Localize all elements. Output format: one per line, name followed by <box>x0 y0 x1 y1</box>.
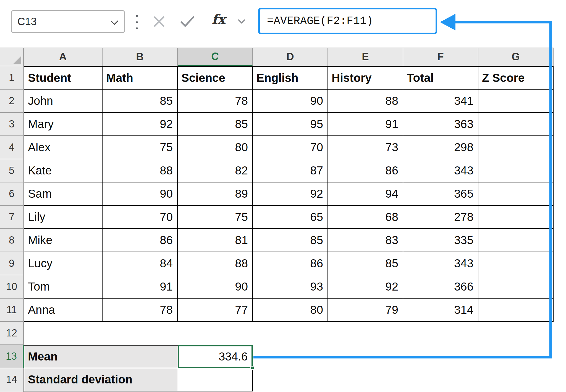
cell-F5[interactable]: 343 <box>403 159 478 182</box>
cell-B6[interactable]: 90 <box>103 182 178 206</box>
select-all-corner[interactable] <box>0 48 24 66</box>
cell-F1[interactable]: Total <box>403 66 478 90</box>
row-header-4[interactable]: 4 <box>0 136 24 159</box>
cell-E10[interactable]: 92 <box>328 275 403 299</box>
cell-B7[interactable]: 70 <box>103 206 178 229</box>
cell-A6[interactable]: Sam <box>24 182 103 206</box>
cell-C1[interactable]: Science <box>178 66 253 90</box>
column-header-A[interactable]: A <box>24 48 103 66</box>
cell-E4[interactable]: 73 <box>328 136 403 159</box>
cell-A10[interactable]: Tom <box>24 275 103 299</box>
row-header-3[interactable]: 3 <box>0 113 24 136</box>
cell-B3[interactable]: 92 <box>103 113 178 136</box>
name-box[interactable]: C13 <box>11 10 125 33</box>
cell-F2[interactable]: 341 <box>403 90 478 113</box>
cell-E8[interactable]: 83 <box>328 229 403 252</box>
cell-B8[interactable]: 86 <box>103 229 178 252</box>
name-box-resize-dots-icon[interactable] <box>136 15 138 29</box>
column-header-F[interactable]: F <box>403 48 478 66</box>
cell-C9[interactable]: 88 <box>178 252 253 275</box>
cell-C13-selected[interactable]: 334.6 <box>178 345 253 368</box>
column-header-C[interactable]: C <box>178 48 253 66</box>
cell-D6[interactable]: 92 <box>253 182 328 206</box>
cell-D9[interactable]: 86 <box>253 252 328 275</box>
cell-E11[interactable]: 79 <box>328 299 403 322</box>
cell-A8[interactable]: Mike <box>24 229 103 252</box>
cell-A7[interactable]: Lily <box>24 206 103 229</box>
cell-D1[interactable]: English <box>253 66 328 90</box>
cell-F6[interactable]: 365 <box>403 182 478 206</box>
cell-E9[interactable]: 85 <box>328 252 403 275</box>
formula-bar-chevron-down-icon[interactable] <box>238 19 245 24</box>
row-header-2[interactable]: 2 <box>0 90 24 113</box>
cell-C5[interactable]: 82 <box>178 159 253 182</box>
cell-G2[interactable] <box>478 90 554 113</box>
cell-A14-std-label[interactable]: Standard deviation <box>24 368 178 391</box>
cell-B1[interactable]: Math <box>103 66 178 90</box>
row-header-14[interactable]: 14 <box>0 368 24 391</box>
cell-G3[interactable] <box>478 113 554 136</box>
cell-D7[interactable]: 65 <box>253 206 328 229</box>
column-header-E[interactable]: E <box>328 48 403 66</box>
cell-E6[interactable]: 94 <box>328 182 403 206</box>
cell-C3[interactable]: 85 <box>178 113 253 136</box>
cell-E3[interactable]: 91 <box>328 113 403 136</box>
column-header-G[interactable]: G <box>478 48 554 66</box>
cell-A5[interactable]: Kate <box>24 159 103 182</box>
cell-C11[interactable]: 77 <box>178 299 253 322</box>
cell-E1[interactable]: History <box>328 66 403 90</box>
cell-D8[interactable]: 85 <box>253 229 328 252</box>
cell-A9[interactable]: Lucy <box>24 252 103 275</box>
row-header-8[interactable]: 8 <box>0 229 24 252</box>
cell-G11[interactable] <box>478 299 554 322</box>
cell-B11[interactable]: 78 <box>103 299 178 322</box>
cell-G9[interactable] <box>478 252 554 275</box>
cell-C14[interactable] <box>178 368 253 391</box>
cell-G6[interactable] <box>478 182 554 206</box>
cell-B9[interactable]: 84 <box>103 252 178 275</box>
row-header-11[interactable]: 11 <box>0 299 24 322</box>
cell-F10[interactable]: 366 <box>403 275 478 299</box>
row-header-1[interactable]: 1 <box>0 66 24 90</box>
row-header-9[interactable]: 9 <box>0 252 24 275</box>
name-box-chevron-down-icon[interactable] <box>110 20 119 25</box>
cell-F3[interactable]: 363 <box>403 113 478 136</box>
cell-D3[interactable]: 95 <box>253 113 328 136</box>
insert-function-icon[interactable]: fx <box>212 12 225 27</box>
cell-A4[interactable]: Alex <box>24 136 103 159</box>
fill-handle[interactable] <box>250 366 255 370</box>
cell-F4[interactable]: 298 <box>403 136 478 159</box>
cell-G8[interactable] <box>478 229 554 252</box>
cell-A3[interactable]: Mary <box>24 113 103 136</box>
cell-C8[interactable]: 81 <box>178 229 253 252</box>
cell-F11[interactable]: 314 <box>403 299 478 322</box>
cell-C7[interactable]: 75 <box>178 206 253 229</box>
cell-G5[interactable] <box>478 159 554 182</box>
cell-E7[interactable]: 68 <box>328 206 403 229</box>
cell-C2[interactable]: 78 <box>178 90 253 113</box>
cell-C6[interactable]: 89 <box>178 182 253 206</box>
row-header-12[interactable]: 12 <box>0 322 24 345</box>
cell-G1[interactable]: Z Score <box>478 66 554 90</box>
cell-B5[interactable]: 88 <box>103 159 178 182</box>
cell-A13-mean-label[interactable]: Mean <box>24 345 178 368</box>
cell-A2[interactable]: John <box>24 90 103 113</box>
cell-G4[interactable] <box>478 136 554 159</box>
column-header-B[interactable]: B <box>103 48 178 66</box>
row-header-10[interactable]: 10 <box>0 275 24 299</box>
cell-C10[interactable]: 90 <box>178 275 253 299</box>
row-header-7[interactable]: 7 <box>0 206 24 229</box>
cell-F8[interactable]: 335 <box>403 229 478 252</box>
cell-F7[interactable]: 278 <box>403 206 478 229</box>
cancel-icon[interactable] <box>153 15 166 28</box>
row-header-13[interactable]: 13 <box>0 345 24 368</box>
cell-A11[interactable]: Anna <box>24 299 103 322</box>
cell-E2[interactable]: 88 <box>328 90 403 113</box>
cell-B2[interactable]: 85 <box>103 90 178 113</box>
cell-C4[interactable]: 80 <box>178 136 253 159</box>
column-header-D[interactable]: D <box>253 48 328 66</box>
cell-D10[interactable]: 93 <box>253 275 328 299</box>
row-header-6[interactable]: 6 <box>0 182 24 206</box>
cell-G7[interactable] <box>478 206 554 229</box>
cell-B10[interactable]: 91 <box>103 275 178 299</box>
